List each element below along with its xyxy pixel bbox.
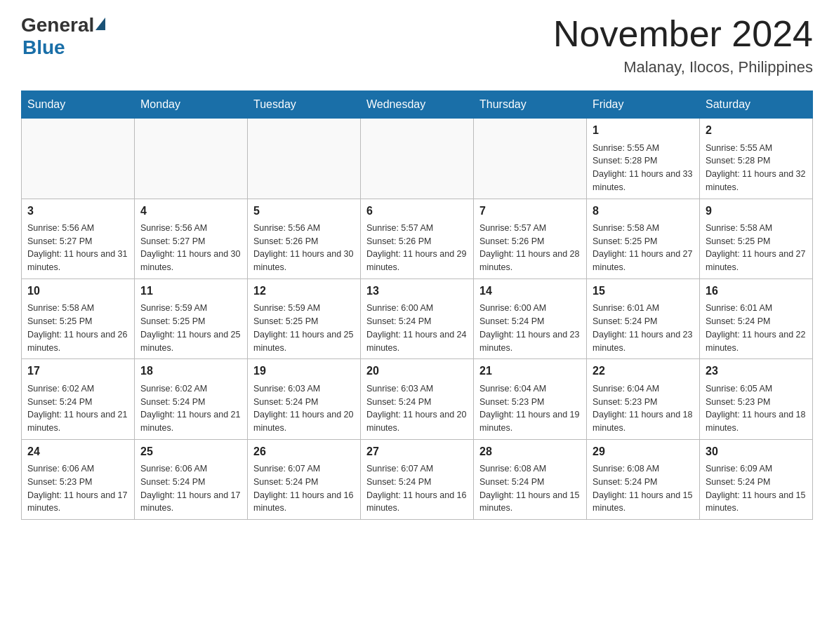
day-info: Sunrise: 6:00 AM Sunset: 5:24 PM Dayligh… [366, 302, 468, 354]
day-info: Sunrise: 6:05 AM Sunset: 5:23 PM Dayligh… [706, 382, 807, 435]
calendar-cell: 23Sunrise: 6:05 AM Sunset: 5:23 PM Dayli… [700, 359, 813, 439]
calendar-header-thursday: Thursday [474, 91, 587, 119]
day-info: Sunrise: 6:03 AM Sunset: 5:24 PM Dayligh… [253, 382, 355, 435]
calendar-cell: 3Sunrise: 5:56 AM Sunset: 5:27 PM Daylig… [22, 199, 135, 279]
calendar-cell: 7Sunrise: 5:57 AM Sunset: 5:26 PM Daylig… [474, 199, 587, 279]
calendar-cell [361, 119, 474, 199]
calendar-cell: 1Sunrise: 5:55 AM Sunset: 5:28 PM Daylig… [587, 119, 700, 199]
title-section: November 2024 Malanay, Ilocos, Philippin… [553, 14, 813, 76]
day-number: 8 [593, 203, 694, 219]
calendar-cell: 2Sunrise: 5:55 AM Sunset: 5:28 PM Daylig… [700, 119, 813, 199]
day-number: 5 [253, 203, 355, 219]
day-number: 19 [253, 363, 355, 379]
day-number: 11 [140, 283, 241, 299]
calendar-cell: 19Sunrise: 6:03 AM Sunset: 5:24 PM Dayli… [248, 359, 361, 439]
page-header: General Blue November 2024 Malanay, Iloc… [21, 14, 813, 76]
calendar-table: SundayMondayTuesdayWednesdayThursdayFrid… [21, 90, 813, 520]
day-number: 21 [479, 363, 581, 379]
day-number: 17 [27, 363, 128, 379]
calendar-cell: 22Sunrise: 6:04 AM Sunset: 5:23 PM Dayli… [587, 359, 700, 439]
day-info: Sunrise: 6:01 AM Sunset: 5:24 PM Dayligh… [593, 302, 694, 354]
calendar-header-monday: Monday [135, 91, 248, 119]
calendar-cell [22, 119, 135, 199]
day-info: Sunrise: 5:56 AM Sunset: 5:27 PM Dayligh… [27, 222, 128, 274]
calendar-cell: 14Sunrise: 6:00 AM Sunset: 5:24 PM Dayli… [474, 279, 587, 358]
day-info: Sunrise: 6:09 AM Sunset: 5:24 PM Dayligh… [706, 462, 807, 515]
day-info: Sunrise: 6:04 AM Sunset: 5:23 PM Dayligh… [593, 382, 694, 435]
day-info: Sunrise: 6:07 AM Sunset: 5:24 PM Dayligh… [253, 462, 355, 515]
calendar-header-saturday: Saturday [700, 91, 813, 119]
day-number: 15 [593, 283, 694, 299]
day-info: Sunrise: 6:00 AM Sunset: 5:24 PM Dayligh… [479, 302, 581, 354]
day-info: Sunrise: 5:59 AM Sunset: 5:25 PM Dayligh… [140, 302, 241, 354]
calendar-cell: 12Sunrise: 5:59 AM Sunset: 5:25 PM Dayli… [248, 279, 361, 358]
day-info: Sunrise: 5:56 AM Sunset: 5:27 PM Dayligh… [140, 222, 241, 274]
day-number: 23 [706, 363, 807, 379]
logo-triangle-icon [95, 18, 105, 30]
calendar-cell: 4Sunrise: 5:56 AM Sunset: 5:27 PM Daylig… [135, 199, 248, 279]
calendar-cell: 5Sunrise: 5:56 AM Sunset: 5:26 PM Daylig… [248, 199, 361, 279]
calendar-cell [474, 119, 587, 199]
day-number: 29 [593, 444, 694, 459]
day-info: Sunrise: 5:55 AM Sunset: 5:28 PM Dayligh… [593, 142, 694, 194]
day-number: 16 [706, 283, 807, 299]
day-number: 13 [366, 283, 468, 299]
calendar-cell: 24Sunrise: 6:06 AM Sunset: 5:23 PM Dayli… [22, 439, 135, 519]
day-info: Sunrise: 6:04 AM Sunset: 5:23 PM Dayligh… [479, 382, 581, 435]
day-number: 9 [706, 203, 807, 219]
day-number: 4 [140, 203, 241, 219]
calendar-cell: 27Sunrise: 6:07 AM Sunset: 5:24 PM Dayli… [361, 439, 474, 519]
calendar-cell: 15Sunrise: 6:01 AM Sunset: 5:24 PM Dayli… [587, 279, 700, 358]
day-info: Sunrise: 5:58 AM Sunset: 5:25 PM Dayligh… [706, 222, 807, 274]
day-info: Sunrise: 6:03 AM Sunset: 5:24 PM Dayligh… [366, 382, 468, 435]
calendar-cell: 6Sunrise: 5:57 AM Sunset: 5:26 PM Daylig… [361, 199, 474, 279]
calendar-cell: 16Sunrise: 6:01 AM Sunset: 5:24 PM Dayli… [700, 279, 813, 358]
calendar-cell: 21Sunrise: 6:04 AM Sunset: 5:23 PM Dayli… [474, 359, 587, 439]
calendar-cell: 17Sunrise: 6:02 AM Sunset: 5:24 PM Dayli… [22, 359, 135, 439]
day-number: 10 [27, 283, 128, 299]
day-number: 28 [479, 444, 581, 459]
day-info: Sunrise: 5:55 AM Sunset: 5:28 PM Dayligh… [706, 142, 807, 194]
day-number: 27 [366, 444, 468, 459]
calendar-cell: 13Sunrise: 6:00 AM Sunset: 5:24 PM Dayli… [361, 279, 474, 358]
day-number: 14 [479, 283, 581, 299]
calendar-cell: 11Sunrise: 5:59 AM Sunset: 5:25 PM Dayli… [135, 279, 248, 358]
day-number: 12 [253, 283, 355, 299]
day-info: Sunrise: 5:56 AM Sunset: 5:26 PM Dayligh… [253, 222, 355, 274]
calendar-cell: 26Sunrise: 6:07 AM Sunset: 5:24 PM Dayli… [248, 439, 361, 519]
calendar-cell [135, 119, 248, 199]
day-number: 3 [27, 203, 128, 219]
calendar-header-friday: Friday [587, 91, 700, 119]
calendar-week-2: 3Sunrise: 5:56 AM Sunset: 5:27 PM Daylig… [22, 199, 813, 279]
day-number: 6 [366, 203, 468, 219]
day-info: Sunrise: 6:06 AM Sunset: 5:23 PM Dayligh… [27, 462, 128, 515]
day-info: Sunrise: 5:57 AM Sunset: 5:26 PM Dayligh… [366, 222, 468, 274]
calendar-header-row: SundayMondayTuesdayWednesdayThursdayFrid… [22, 91, 813, 119]
calendar-cell: 9Sunrise: 5:58 AM Sunset: 5:25 PM Daylig… [700, 199, 813, 279]
day-number: 1 [593, 123, 694, 138]
day-info: Sunrise: 5:58 AM Sunset: 5:25 PM Dayligh… [593, 222, 694, 274]
day-number: 25 [140, 444, 241, 459]
day-info: Sunrise: 5:58 AM Sunset: 5:25 PM Dayligh… [27, 302, 128, 354]
location-title: Malanay, Ilocos, Philippines [553, 58, 813, 76]
day-number: 20 [366, 363, 468, 379]
day-info: Sunrise: 5:59 AM Sunset: 5:25 PM Dayligh… [253, 302, 355, 354]
calendar-cell: 25Sunrise: 6:06 AM Sunset: 5:24 PM Dayli… [135, 439, 248, 519]
calendar-week-3: 10Sunrise: 5:58 AM Sunset: 5:25 PM Dayli… [22, 279, 813, 358]
calendar-header-sunday: Sunday [22, 91, 135, 119]
calendar-cell: 18Sunrise: 6:02 AM Sunset: 5:24 PM Dayli… [135, 359, 248, 439]
calendar-cell [248, 119, 361, 199]
calendar-cell: 10Sunrise: 5:58 AM Sunset: 5:25 PM Dayli… [22, 279, 135, 358]
calendar-week-5: 24Sunrise: 6:06 AM Sunset: 5:23 PM Dayli… [22, 439, 813, 519]
day-number: 24 [27, 444, 128, 459]
calendar-cell: 8Sunrise: 5:58 AM Sunset: 5:25 PM Daylig… [587, 199, 700, 279]
month-title: November 2024 [553, 14, 813, 54]
day-number: 2 [706, 123, 807, 138]
day-info: Sunrise: 6:02 AM Sunset: 5:24 PM Dayligh… [140, 382, 241, 435]
calendar-week-1: 1Sunrise: 5:55 AM Sunset: 5:28 PM Daylig… [22, 119, 813, 199]
logo: General Blue [21, 14, 105, 59]
calendar-header-tuesday: Tuesday [248, 91, 361, 119]
calendar-header-wednesday: Wednesday [361, 91, 474, 119]
day-info: Sunrise: 6:07 AM Sunset: 5:24 PM Dayligh… [366, 462, 468, 515]
day-info: Sunrise: 6:08 AM Sunset: 5:24 PM Dayligh… [593, 462, 694, 515]
